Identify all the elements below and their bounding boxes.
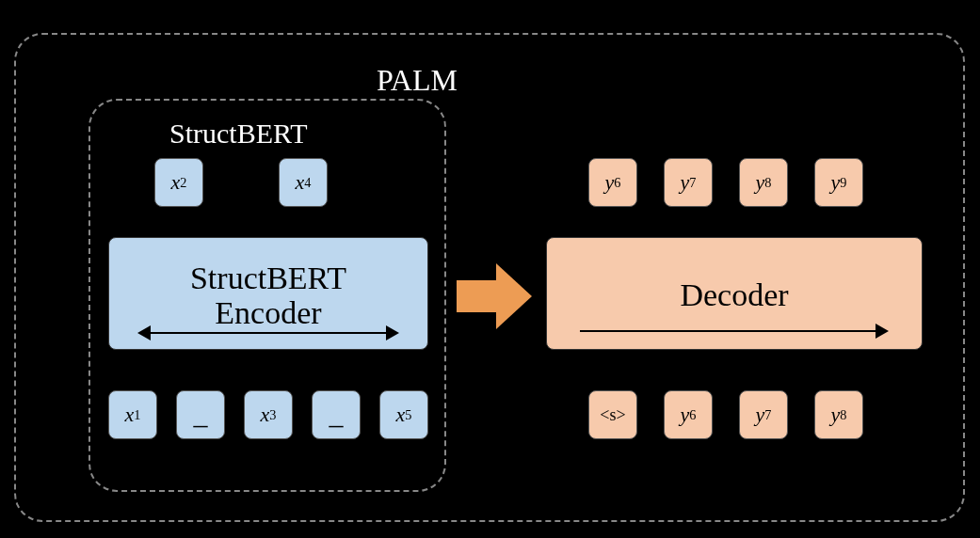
start-token: <s> — [588, 390, 637, 439]
token: y6 — [588, 158, 637, 207]
mask-token: _ — [176, 390, 225, 439]
decoder-label: Decoder — [680, 277, 788, 313]
mask-token: _ — [312, 390, 361, 439]
right-arrow-icon — [580, 326, 889, 336]
token: x5 — [379, 390, 428, 439]
token: x4 — [279, 158, 328, 207]
token: x2 — [154, 158, 203, 207]
structbert-label: StructBERT — [169, 118, 308, 150]
token: y7 — [664, 158, 713, 207]
bidirectional-arrow-icon — [137, 328, 399, 338]
token: x1 — [108, 390, 157, 439]
token: y8 — [739, 158, 788, 207]
token: x3 — [244, 390, 293, 439]
token: y9 — [814, 158, 863, 207]
token: y6 — [664, 390, 713, 439]
token: y8 — [814, 390, 863, 439]
decoder-input-tokens: <s> y6 y7 y8 — [588, 390, 863, 439]
token: y7 — [739, 390, 788, 439]
encoder-input-tokens: x1 _ x3 _ x5 — [108, 390, 428, 439]
encoder-label: StructBERT Encoder — [190, 261, 346, 331]
encoder-output-tokens: x2 x4 — [154, 158, 328, 207]
decoder-box: Decoder — [546, 237, 923, 350]
decoder-output-tokens: y6 y7 y8 y9 — [588, 158, 863, 207]
flow-arrow-icon — [457, 263, 532, 329]
encoder-box: StructBERT Encoder — [108, 237, 428, 350]
palm-label: PALM — [377, 63, 458, 98]
